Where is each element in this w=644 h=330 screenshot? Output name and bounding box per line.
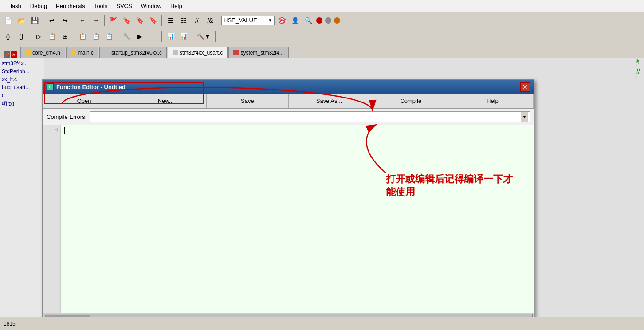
sep7 <box>74 31 74 42</box>
forward-btn[interactable]: → <box>90 15 102 26</box>
dbg3-btn[interactable]: ↓ <box>147 31 159 42</box>
sidebar-item-5[interactable]: bug_usart... <box>2 83 42 91</box>
align3-btn[interactable]: // <box>191 15 203 26</box>
bookmark4-btn[interactable]: 🔖 <box>147 15 159 26</box>
text-cursor <box>64 127 65 134</box>
compile-button[interactable]: Compile <box>370 94 452 108</box>
sidebar-item-8[interactable]: 明.txt <box>2 99 42 109</box>
grid-btn[interactable]: ⊞ <box>59 31 71 42</box>
help-button[interactable]: Help <box>452 94 534 108</box>
bookmark3-btn[interactable]: 🔖 <box>134 15 146 26</box>
sep11 <box>215 31 216 42</box>
right-panel: er... Po... <box>631 58 644 317</box>
braces-btn[interactable]: {} <box>2 31 14 42</box>
sidebar-item-1[interactable]: StdPeriph... <box>2 67 42 75</box>
hse-value-dropdown[interactable]: HSE_VALUE ▼ <box>221 16 275 25</box>
sidebar-item-4[interactable]: xx_it.c <box>2 75 42 83</box>
sep8 <box>118 31 118 42</box>
compile-errors-row: Compile Errors: ▼ <box>43 109 534 125</box>
dbg1-btn[interactable]: 🔧 <box>120 31 133 42</box>
save-button[interactable]: Save <box>207 94 288 108</box>
tab-icon-system <box>233 50 239 55</box>
build2-btn[interactable]: 📊 <box>177 31 190 42</box>
compile-btn[interactable]: 📋 <box>46 31 58 42</box>
tab-main[interactable]: main.c <box>66 47 98 58</box>
menu-peripherals[interactable]: Peripherals <box>52 1 89 11</box>
tab-label-core: core_cm4.h <box>32 50 60 56</box>
tab-icon-main <box>71 50 76 55</box>
search-btn[interactable]: 🔍 <box>302 15 314 26</box>
tab-core-cm4[interactable]: core_cm4.h <box>20 47 65 58</box>
left-sidebar: stm32f4x... StdPeriph... xx_it.c bug_usa… <box>0 58 44 317</box>
menu-debug[interactable]: Debug <box>27 1 51 11</box>
sep9 <box>161 31 162 42</box>
dialog-title-icon: F <box>47 83 54 90</box>
tab-icon-core <box>25 50 31 55</box>
function-editor-dialog: F Function Editor - Untitled ✕ Open New.… <box>42 79 534 321</box>
tab-label-system: system_stm32f4... <box>240 50 283 56</box>
sidebar-item-6[interactable]: c <box>2 91 42 99</box>
braces2-btn[interactable]: {} <box>15 31 27 42</box>
align2-btn[interactable]: ☷ <box>177 15 190 26</box>
paste-btn[interactable]: 📋 <box>103 31 115 42</box>
open-button[interactable]: Open <box>43 94 125 108</box>
status-bar: 1815 <box>0 317 644 330</box>
status-line-col: 1815 <box>4 321 16 327</box>
tools-btn[interactable]: 🔨▼ <box>195 31 213 42</box>
right-panel-text1: er... <box>635 59 640 67</box>
build-btn[interactable]: 📊 <box>164 31 177 42</box>
undo-btn[interactable]: ↩ <box>46 15 58 26</box>
toolbar-row1: 📄 📂 💾 ↩ ↪ ← → 🚩 🔖 🔖 🔖 ☰ ☷ // /& HSE_VALU… <box>0 12 644 28</box>
dialog-titlebar: F Function Editor - Untitled ✕ <box>43 80 534 94</box>
compile-errors-label: Compile Errors: <box>47 114 86 120</box>
dbg2-btn[interactable]: ▶ <box>134 31 146 42</box>
menu-window[interactable]: Window <box>137 1 165 11</box>
menu-svcs[interactable]: SVCS <box>113 1 135 11</box>
save-as-button[interactable]: Save As... <box>289 94 370 108</box>
align4-btn[interactable]: /& <box>204 15 216 26</box>
dialog-close-button[interactable]: ✕ <box>520 82 530 92</box>
manage-btn[interactable]: 👤 <box>289 15 301 26</box>
toolbar-row2: {} {} ▷ 📋 ⊞ 📋 📋 📋 🔧 ▶ ↓ 📊 📊 🔨▼ <box>0 28 644 44</box>
bookmark1-btn[interactable]: 🚩 <box>107 15 119 26</box>
sep2 <box>74 15 74 26</box>
align1-btn[interactable]: ☰ <box>164 15 177 26</box>
menu-tools[interactable]: Tools <box>90 1 111 11</box>
tab-label-usart: stm32f4xx_usart.c <box>180 50 223 56</box>
compile-errors-input[interactable]: ▼ <box>90 111 530 122</box>
copy-btn[interactable]: 📋 <box>90 31 102 42</box>
tab-usart[interactable]: stm32f4xx_usart.c <box>168 47 228 58</box>
hse-dropdown-arrow[interactable]: ▼ <box>268 18 272 23</box>
compile-errors-dropdown-arrow[interactable]: ▼ <box>521 112 528 122</box>
target-options-btn[interactable]: 🎯 <box>275 15 288 26</box>
editor-content[interactable] <box>61 125 534 313</box>
right-panel-text2: Po... <box>635 68 640 79</box>
sep6 <box>30 31 30 42</box>
tab-startup[interactable]: startup_stm32f40xx.c <box>99 47 167 58</box>
menu-bar: Flash Debug Peripherals Tools SVCS Windo… <box>0 0 644 12</box>
sep3 <box>104 15 105 26</box>
run-btn[interactable]: ▷ <box>32 31 45 42</box>
editor-area: 1 <box>43 125 534 313</box>
back-btn[interactable]: ← <box>76 15 89 26</box>
gray-circle-indicator <box>325 17 331 24</box>
bookmark2-btn[interactable]: 🔖 <box>120 15 133 26</box>
tab-icon-usart <box>173 50 178 55</box>
sidebar-item-0[interactable]: stm32f4x... <box>2 59 42 67</box>
redo-btn[interactable]: ↪ <box>59 15 71 26</box>
tab-system[interactable]: system_stm32f4... <box>228 47 288 58</box>
menu-help[interactable]: Help <box>167 1 186 11</box>
sep4 <box>161 15 162 26</box>
sep10 <box>192 31 192 42</box>
target-btn[interactable]: 📋 <box>76 31 89 42</box>
new-button[interactable]: New... <box>125 94 207 108</box>
close-all-btn[interactable]: ✕ <box>11 51 17 58</box>
orange-circle-indicator <box>334 17 340 24</box>
red-circle-indicator <box>316 17 322 24</box>
menu-flash[interactable]: Flash <box>4 1 25 11</box>
tab-icon-startup <box>104 50 110 55</box>
save-file-btn[interactable]: 💾 <box>28 15 41 26</box>
open-file-btn[interactable]: 📂 <box>15 15 27 26</box>
tab-label-main: main.c <box>78 50 94 56</box>
new-file-btn[interactable]: 📄 <box>2 15 14 26</box>
